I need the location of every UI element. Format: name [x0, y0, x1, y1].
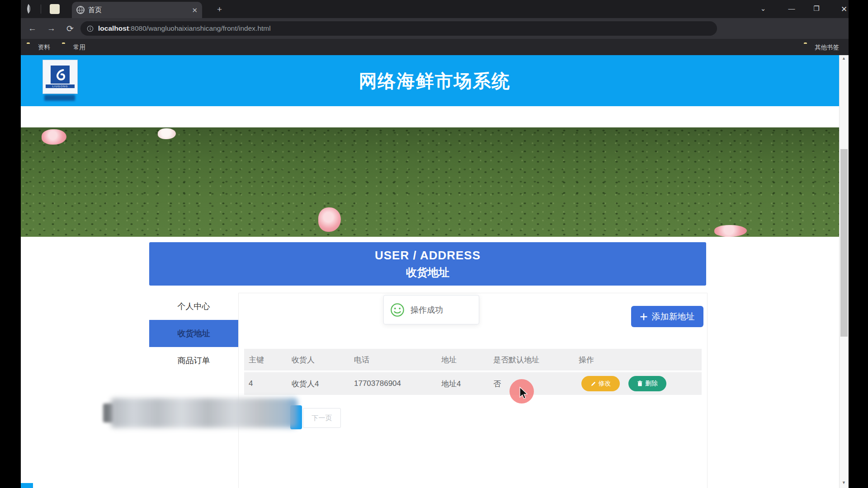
scrollbar-thumb[interactable]	[840, 149, 848, 337]
address-table-row: 4 收货人4 17703786904 地址4 否 修改 删除	[244, 371, 702, 395]
window-minimize-icon[interactable]: —	[785, 5, 798, 12]
col-header: 操作	[579, 355, 594, 365]
tab-separator	[41, 5, 41, 14]
sidebar-item-orders[interactable]: 商品订单	[149, 347, 238, 374]
footer-edge	[21, 483, 33, 488]
tab-title: 首页	[88, 6, 192, 14]
info-icon	[87, 25, 94, 32]
cell-address: 地址4	[441, 379, 461, 389]
hero-carousel	[21, 127, 849, 237]
flower-decoration	[42, 129, 66, 145]
logo-mark-icon	[51, 66, 70, 84]
col-header: 主键	[249, 355, 264, 365]
next-page-button[interactable]: 下一页	[303, 408, 341, 428]
pinned-tab[interactable]	[50, 4, 60, 14]
browser-toolbar: ← → ⟳ localhost:8080/wangluohaixianshica…	[21, 18, 849, 39]
page-banner-path: USER / ADDRESS	[375, 249, 481, 263]
site-title: 网络海鲜市场系统	[21, 69, 849, 94]
window-close-icon[interactable]: ✕	[837, 5, 849, 14]
sidebar-item-personal-center[interactable]: 个人中心	[149, 293, 238, 320]
scrollbar-up-icon[interactable]: ▲	[839, 56, 849, 61]
browser-icon	[28, 5, 29, 13]
mouse-cursor	[518, 386, 528, 400]
address-table-header: 主键 收货人 电话 地址 是否默认地址 操作	[244, 349, 702, 371]
window-restore-icon[interactable]: ❐	[810, 5, 823, 13]
trash-icon	[637, 380, 643, 387]
url-text: localhost:8080/wangluohaixianshicang/fro…	[98, 24, 271, 33]
bookmark-item[interactable]: 常用	[73, 43, 85, 52]
cell-phone: 17703786904	[354, 379, 401, 388]
logo-caption-blurred	[44, 95, 75, 101]
back-icon[interactable]: ←	[28, 23, 37, 33]
flower-decoration	[158, 128, 176, 139]
col-header: 是否默认地址	[493, 355, 539, 365]
reload-icon[interactable]: ⟳	[66, 23, 74, 34]
cell-id: 4	[249, 379, 253, 388]
col-header: 收货人	[292, 355, 315, 365]
smiley-success-icon	[390, 303, 405, 317]
redacted-region	[111, 398, 297, 428]
success-toast: 操作成功	[383, 295, 479, 324]
tab-bar: 首页 ✕ + ⌄ — ❐ ✕	[21, 0, 849, 18]
bookmark-item[interactable]: 资料	[38, 43, 50, 52]
other-bookmarks[interactable]: 其他书签	[815, 43, 839, 52]
delete-button[interactable]: 删除	[628, 376, 666, 391]
add-address-button[interactable]: 添加新地址	[631, 306, 703, 327]
plus-icon	[640, 313, 647, 320]
flower-decoration	[714, 225, 747, 237]
forward-icon[interactable]: →	[47, 23, 56, 33]
sidebar-item-address[interactable]: 收货地址	[149, 320, 238, 347]
site-nav: 首页 论坛 商品 商品资讯 个人中心 后台管理 购物车	[21, 106, 849, 128]
cell-consignee: 收货人4	[292, 379, 319, 389]
col-header: 电话	[354, 355, 369, 365]
new-tab-button[interactable]: +	[217, 5, 222, 14]
scrollbar-down-icon[interactable]: ▼	[839, 480, 849, 485]
browser-window: 首页 ✕ + ⌄ — ❐ ✕ ← → ⟳ localhost:8080/wang…	[21, 0, 849, 488]
tab-favicon-globe-icon	[76, 6, 85, 14]
cell-is-default: 否	[493, 379, 501, 389]
address-bar[interactable]: localhost:8080/wangluohaixianshicang/fro…	[80, 21, 717, 36]
flower-decoration	[318, 207, 341, 232]
page-banner-title: 收货地址	[406, 265, 449, 280]
col-header: 地址	[441, 355, 457, 365]
active-tab[interactable]: 首页 ✕	[72, 2, 202, 18]
window-chevron-icon[interactable]: ⌄	[756, 5, 770, 13]
pencil-icon	[590, 381, 596, 387]
edit-button[interactable]: 修改	[581, 376, 620, 391]
site-logo: LIUGONG	[42, 60, 78, 94]
site-header: 网络海鲜市场系统	[21, 55, 849, 106]
logo-text: LIUGONG	[46, 84, 75, 88]
tab-close-icon[interactable]: ✕	[192, 7, 198, 14]
page-banner: USER / ADDRESS 收货地址	[149, 242, 706, 286]
bookmarks-bar: 资料 常用 其他书签	[21, 39, 849, 55]
toast-message: 操作成功	[410, 305, 443, 315]
